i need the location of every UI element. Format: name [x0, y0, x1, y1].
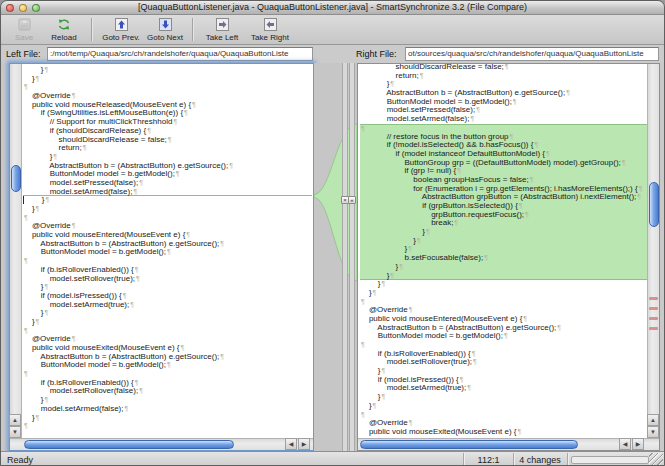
take-left-label: Take Left	[206, 33, 238, 42]
goto-prev-icon	[115, 17, 128, 32]
code-line: model.setArmed(false);	[360, 115, 647, 124]
progress-indicator	[571, 456, 649, 464]
scroll-up-button[interactable]: ▲	[647, 414, 659, 426]
code-line: }	[360, 280, 647, 289]
take-right-icon	[264, 17, 277, 32]
take-left-button[interactable]: Take Left	[199, 15, 245, 44]
code-line: model.setArmed(true);	[23, 301, 312, 310]
left-file-label: Left File:	[6, 49, 41, 59]
left-horizontal-scroll-thumb[interactable]	[24, 440, 234, 449]
gutter-rail	[349, 63, 355, 451]
right-editor-pane[interactable]: shouldDiscardRelease = false; return; } …	[357, 63, 660, 451]
code-line: return;	[360, 72, 647, 81]
status-separator	[567, 453, 568, 466]
code-line: ButtonModel model = b.getModel();	[23, 361, 312, 370]
goto-next-button[interactable]: Goto Next	[144, 15, 186, 44]
reload-button[interactable]: Reload	[43, 15, 85, 44]
app-window: [QuaquaButtonListener.java - QuaquaButto…	[0, 0, 665, 466]
save-label: Save	[15, 33, 33, 42]
code-line: return;	[23, 144, 312, 153]
title-bar[interactable]: [QuaquaButtonListener.java - QuaquaButto…	[1, 1, 664, 15]
code-line: model.setRollover(false);	[23, 387, 312, 396]
code-line: model.setArmed(false);	[23, 405, 312, 414]
code-line: }	[23, 309, 312, 318]
window-title: [QuaquaButtonListener.java - QuaquaButto…	[1, 2, 664, 12]
code-line: b.setFocusable(false);	[360, 254, 647, 263]
code-line: }	[360, 402, 647, 411]
goto-next-label: Goto Next	[147, 33, 183, 42]
left-vertical-scroll-thumb[interactable]	[11, 165, 21, 192]
toolbar-separator	[192, 18, 193, 41]
take-right-button[interactable]: Take Right	[245, 15, 295, 44]
save-icon	[18, 17, 31, 32]
code-line: model.setArmed(true);	[360, 384, 647, 393]
right-horizontal-scroll-thumb[interactable]	[360, 440, 578, 449]
right-vertical-scroll-thumb[interactable]	[649, 182, 659, 227]
scroll-down-button[interactable]: ▼	[647, 426, 659, 438]
right-horizontal-scrollbar[interactable]: ◀ ▶	[358, 438, 659, 450]
toolbar: Save Reload Goto Prev. Go	[1, 15, 664, 45]
code-line: ButtonModel model = b.getModel();	[360, 332, 647, 341]
scroll-up-button[interactable]: ▲	[9, 414, 21, 426]
scroll-left-button[interactable]: ◀	[619, 438, 631, 450]
code-line: model.setRollover(true);	[23, 275, 312, 284]
left-code-content[interactable]: } } @Override public void mouseReleased(…	[23, 64, 312, 438]
code-line	[23, 422, 312, 431]
code-line: }	[360, 289, 647, 298]
scroll-right-button[interactable]: ▶	[632, 438, 644, 450]
gutter-rail	[342, 63, 348, 451]
code-line: }	[23, 75, 312, 84]
change-locator-tick	[649, 327, 658, 330]
goto-next-icon	[159, 17, 172, 32]
code-line: model.setArmed(false);	[23, 188, 312, 197]
code-line: }	[360, 393, 647, 402]
compare-area: ▲ ▼ } } @Override public void mouseRelea…	[1, 63, 664, 451]
code-line: ButtonModel model = b.getModel();	[23, 248, 312, 257]
status-bar: Ready 112:1 4 changes	[1, 451, 664, 466]
scroll-left-button[interactable]: ◀	[285, 438, 297, 450]
goto-prev-label: Goto Prev.	[102, 33, 140, 42]
code-line: }	[360, 272, 647, 281]
left-editor-pane[interactable]: ▲ ▼ } } @Override public void mouseRelea…	[9, 63, 314, 451]
reload-label: Reload	[51, 33, 76, 42]
left-vertical-scrollbar[interactable]: ▲ ▼	[10, 64, 22, 438]
toolbar-separator	[91, 18, 92, 41]
left-horizontal-scrollbar[interactable]: ◀ ▶	[10, 438, 313, 450]
scroll-right-button[interactable]: ▶	[298, 438, 310, 450]
scroll-down-button[interactable]: ▼	[9, 426, 21, 438]
code-line: public void mouseExited(MouseEvent e) {	[360, 428, 647, 437]
take-left-icon	[216, 17, 229, 32]
caret-position-indicator: 112:1	[464, 455, 513, 465]
take-right-label: Take Right	[251, 33, 289, 42]
code-line: }	[23, 196, 312, 205]
right-file-path-field[interactable]: ot/sources/quaqua/src/ch/randelshofer/qu…	[405, 47, 659, 61]
right-code-content[interactable]: shouldDiscardRelease = false; return; } …	[360, 61, 647, 438]
code-line: model.setRollover(true);	[360, 358, 647, 367]
goto-prev-button[interactable]: Goto Prev.	[98, 15, 144, 44]
copy-right-to-left-button[interactable]: «	[348, 196, 356, 204]
changes-count-indicator: 4 changes	[514, 455, 566, 465]
code-line: }	[23, 205, 312, 214]
change-locator-tick	[649, 317, 658, 320]
diff-gutter: × «	[314, 63, 357, 451]
right-file-label: Right File:	[356, 49, 397, 59]
code-line: }	[23, 66, 312, 75]
change-locator-tick	[649, 307, 658, 310]
save-button[interactable]: Save	[5, 15, 43, 44]
code-line: }	[23, 318, 312, 327]
status-message: Ready	[7, 455, 33, 465]
window-resize-grip[interactable]	[649, 453, 663, 466]
reload-icon	[57, 17, 71, 32]
change-locator-tick	[649, 297, 658, 300]
code-line: }	[360, 263, 647, 272]
left-file-path-field[interactable]: :/mot/temp/Quaqua/src/ch/randelshofer/qu…	[47, 47, 313, 61]
right-vertical-scrollbar[interactable]: ▲ ▼	[647, 64, 659, 438]
code-line: }	[23, 414, 312, 423]
